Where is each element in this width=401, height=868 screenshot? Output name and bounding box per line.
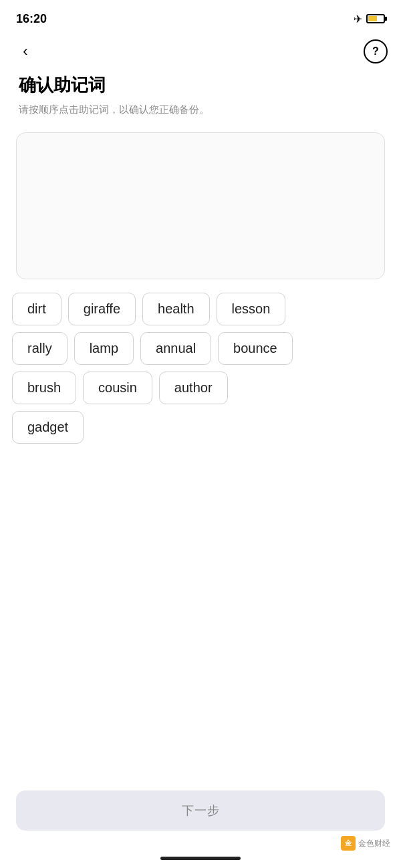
word-chip-bounce[interactable]: bounce (218, 332, 293, 365)
word-chips-section: dirtgiraffehealthlessonrallylampannualbo… (0, 293, 401, 444)
word-chip-annual[interactable]: annual (140, 332, 211, 365)
next-button-area: 下一步 (16, 790, 385, 831)
watermark-logo: 金 (341, 836, 356, 851)
status-icons: ✈ (354, 13, 385, 25)
word-chip-rally[interactable]: rally (12, 332, 68, 365)
word-chip-giraffe[interactable]: giraffe (68, 293, 136, 325)
word-chip-gadget[interactable]: gadget (12, 411, 84, 444)
battery-fill (368, 16, 377, 21)
page-subtitle: 请按顺序点击助记词，以确认您正确备份。 (19, 102, 382, 116)
battery-icon (366, 14, 385, 23)
next-button[interactable]: 下一步 (16, 790, 385, 831)
word-chip-dirt[interactable]: dirt (12, 293, 61, 325)
watermark: 金 金色财经 (341, 836, 390, 851)
back-button[interactable]: ‹ (13, 39, 37, 63)
status-time: 16:20 (16, 12, 47, 26)
word-row-3: gadget (12, 411, 389, 444)
word-row-1: rallylampannualbounce (12, 332, 389, 365)
help-button[interactable]: ? (364, 39, 388, 63)
word-chip-lamp[interactable]: lamp (74, 332, 134, 365)
nav-bar: ‹ ? (0, 35, 401, 68)
word-chip-brush[interactable]: brush (12, 372, 76, 404)
word-chip-health[interactable]: health (142, 293, 210, 325)
word-chip-author[interactable]: author (159, 372, 228, 404)
home-indicator (160, 857, 241, 860)
word-row-2: brushcousinauthor (12, 372, 389, 404)
watermark-text: 金色财经 (358, 838, 390, 849)
word-row-0: dirtgiraffehealthlesson (12, 293, 389, 325)
status-bar: 16:20 ✈ (0, 0, 401, 35)
page-title: 确认助记词 (19, 74, 382, 97)
word-chip-lesson[interactable]: lesson (217, 293, 286, 325)
page-header: 确认助记词 请按顺序点击助记词，以确认您正确备份。 (0, 68, 401, 127)
mnemonic-display-area (16, 132, 385, 279)
word-chip-cousin[interactable]: cousin (83, 372, 152, 404)
airplane-icon: ✈ (354, 13, 362, 25)
